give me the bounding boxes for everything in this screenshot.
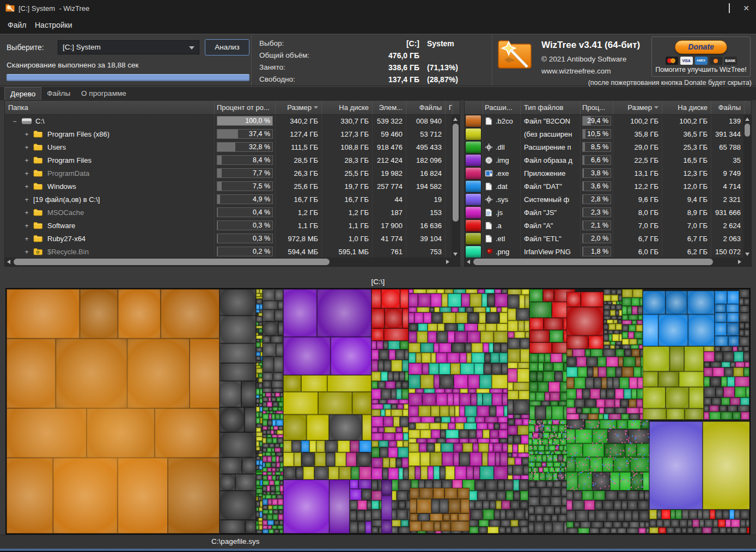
collapse-icon[interactable]: − [11, 115, 18, 128]
folder-icon [33, 168, 44, 180]
menu-file[interactable]: Файл [3, 16, 31, 34]
tab-about[interactable]: О программе [76, 87, 132, 100]
wiztree-window: [C:] System - WizTree ✕ Файл Настройки В… [0, 0, 756, 552]
tree-row[interactable]: +MSOCache0,4 %1,2 ГБ1,2 ГБ187153 [5, 206, 453, 219]
ondisk-cell: 16,5 ГБ [662, 154, 711, 167]
drive-combobox[interactable]: [C:] System [58, 40, 199, 54]
percent-cell: 0,3 % [215, 232, 276, 246]
ondisk-cell: 19,7 ГБ [322, 180, 373, 193]
column-header-clipped[interactable]: П [446, 101, 453, 114]
types-vscroll-thumb[interactable] [745, 124, 750, 137]
type-row[interactable]: .imgФайл образа д6,6 %22,5 ГБ16,5 ГБ35 [465, 154, 745, 167]
donate-button[interactable]: Donate [675, 40, 727, 54]
tree-row[interactable]: +Program Files (x86)37,4 %127,4 ГБ127,3 … [5, 128, 453, 141]
size-cell: 100,2 ГБ [613, 115, 662, 128]
type-row[interactable]: .dllРасширение п8,5 %29,0 ГБ25,3 ГБ65 78… [465, 141, 745, 154]
type-row[interactable]: .b2coФайл "B2CON29,4 %100,2 ГБ100,2 ГБ13… [465, 115, 745, 128]
type-row[interactable]: .etlФайл "ETL"2,0 %6,7 ГБ6,7 ГБ2 063 [465, 232, 745, 246]
scroll-right-icon[interactable] [738, 260, 741, 264]
window-title: [C:] System - WizTree [19, 4, 89, 13]
type-row[interactable]: .datФайл "DAT"3,6 %12,2 ГБ12,0 ГБ4 714 [465, 180, 745, 193]
ondisk-cell: 127,3 ГБ [322, 128, 373, 141]
treemap-canvas[interactable] [7, 289, 749, 533]
column-header-size[interactable]: Размер [613, 101, 662, 114]
tree-row[interactable]: +Ruby27-x640,3 %972,8 МБ1,0 ГБ41 77439 1… [5, 232, 453, 246]
types-vertical-scrollbar[interactable] [743, 115, 751, 259]
type-row[interactable]: (без расширен10,5 %35,8 ГБ36,5 ГБ391 344 [465, 128, 745, 141]
ondisk-cell: 1,2 ГБ [322, 206, 373, 219]
disk-icon [21, 116, 32, 128]
percent-cell: 3,6 % [581, 180, 613, 193]
expand-icon[interactable]: + [23, 141, 30, 154]
column-header-items[interactable]: Элем... [373, 101, 406, 114]
close-icon[interactable]: ✕ [743, 0, 749, 16]
scroll-down-icon[interactable] [745, 253, 749, 256]
chevron-down-icon [189, 46, 194, 50]
expand-icon[interactable]: + [23, 219, 30, 232]
expand-icon[interactable]: + [23, 180, 30, 193]
app-version-title: WizTree v3.41 (64-бит) [541, 40, 640, 51]
amex-icon: AMEX [695, 57, 708, 65]
size-cell: 13,1 ГБ [613, 167, 662, 180]
column-header-files[interactable]: Файлы [711, 101, 745, 114]
filetype-cell: Файл "DAT" [521, 180, 581, 193]
column-header-percent[interactable]: Процент от ро... [215, 101, 276, 114]
analyze-button[interactable]: Анализ [205, 39, 249, 56]
tree-row[interactable]: +Windows7,5 %25,6 ГБ19,7 ГБ257 774194 58… [5, 180, 453, 193]
tree-row[interactable]: +$Recycle.Bin0,2 %594,4 МБ595,1 МБ761753 [5, 246, 453, 259]
expand-icon[interactable]: + [23, 193, 30, 206]
column-header-size[interactable]: Размер [276, 101, 322, 114]
tree-row[interactable]: +[19 файл(а,ов) в C:\]4,9 %16,7 ГБ16,7 Г… [5, 193, 453, 206]
expand-icon[interactable]: + [23, 154, 30, 167]
files-cell: 2 624 [711, 219, 745, 232]
expand-icon[interactable]: + [23, 246, 30, 259]
column-header-ondisk[interactable]: На диске [662, 101, 711, 114]
scroll-right-icon[interactable] [446, 260, 449, 264]
tab-files[interactable]: Файлы [41, 87, 76, 100]
scroll-down-icon[interactable] [453, 253, 458, 256]
tree-vscroll-thumb[interactable] [453, 124, 459, 222]
files-cell: 16 636 [406, 219, 446, 232]
donate-help-text: Помогите улучшить WizTree! [652, 66, 750, 73]
menu-settings[interactable]: Настройки [31, 16, 77, 34]
tree-hscroll-thumb[interactable] [14, 259, 330, 265]
files-cell: 008 940 [406, 115, 446, 128]
website-link[interactable]: www.wiztreefree.com [541, 67, 611, 75]
column-header-color[interactable] [465, 101, 483, 114]
type-row[interactable]: .aФайл "A"2,1 %7,0 ГБ7,0 ГБ2 624 [465, 219, 745, 232]
tree-row[interactable]: +ProgramData7,7 %26,3 ГБ25,5 ГБ19 98216 … [5, 167, 453, 180]
column-header-filetype[interactable]: Тип файлов [521, 101, 581, 114]
column-header-files[interactable]: Файлы [406, 101, 446, 114]
files-cell: 139 [711, 115, 745, 128]
types-horizontal-scrollbar[interactable] [465, 257, 743, 266]
tab-tree[interactable]: Дерево [4, 87, 41, 100]
types-hscroll-thumb[interactable] [473, 259, 713, 265]
scroll-up-icon[interactable] [745, 118, 749, 121]
summary-value: 137,4 ГБ [301, 73, 419, 85]
type-row[interactable]: .exeПриложение3,8 %13,1 ГБ12,3 ГБ9 749 [465, 167, 745, 180]
tree-row[interactable]: +Software0,3 %1,1 ГБ1,1 ГБ17 90016 636 [5, 219, 453, 232]
scroll-left-icon[interactable] [467, 260, 470, 264]
column-header-extension[interactable]: Расши... [483, 101, 521, 114]
tree-vertical-scrollbar[interactable] [452, 115, 460, 259]
expand-icon[interactable]: + [23, 232, 30, 246]
type-row[interactable]: .sysСистемный ф2,8 %9,6 ГБ9,4 ГБ2 321 [465, 193, 745, 206]
tree-row[interactable]: −C:\100,0 %340,2 ГБ330,7 ГБ539 322008 94… [5, 115, 453, 128]
filetype-cell: Файл "B2CON [521, 115, 581, 128]
type-row[interactable]: .pngIrfanView PNG1,8 %6,0 ГБ6,2 ГБ150 07… [465, 246, 745, 259]
expand-icon[interactable]: + [23, 128, 30, 141]
expand-icon[interactable]: + [23, 167, 30, 180]
tree-horizontal-scrollbar[interactable] [5, 257, 452, 266]
scroll-left-icon[interactable] [7, 260, 10, 264]
column-header-folder[interactable]: Папка [5, 101, 215, 114]
type-row[interactable]: .jsФайл "JS"2,3 %8,0 ГБ8,9 ГБ931 666 [465, 206, 745, 219]
scroll-up-icon[interactable] [453, 118, 458, 121]
scan-progress-fill [7, 74, 249, 81]
expand-icon[interactable]: + [23, 206, 30, 219]
tree-row[interactable]: +Program Files8,4 %28,5 ГБ28,3 ГБ212 424… [5, 154, 453, 167]
column-header-percent[interactable]: Проц... [581, 101, 613, 114]
maximize-icon[interactable] [729, 0, 730, 16]
tree-row[interactable]: +Users32,8 %111,5 ГБ108,8 ГБ918 476495 4… [5, 141, 453, 154]
tree-table-panel: Папка Процент от ро... Размер На диске Э… [4, 100, 460, 267]
column-header-ondisk[interactable]: На диске [322, 101, 373, 114]
